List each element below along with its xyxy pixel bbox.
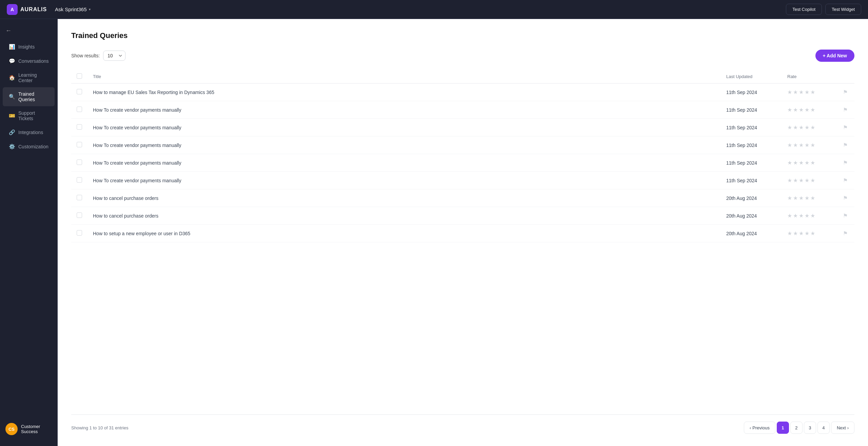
star-5[interactable]: ★	[810, 177, 815, 184]
star-1[interactable]: ★	[787, 124, 792, 131]
row-checkbox[interactable]	[77, 124, 82, 130]
star-2[interactable]: ★	[793, 89, 798, 95]
star-2[interactable]: ★	[793, 212, 798, 219]
test-copilot-button[interactable]: Test Copilot	[786, 4, 822, 15]
sidebar-item-customization[interactable]: ⚙️ Customization	[3, 140, 55, 154]
row-checkbox[interactable]	[77, 160, 82, 165]
star-1[interactable]: ★	[787, 160, 792, 166]
flag-button[interactable]: ⚑	[842, 194, 849, 202]
star-2[interactable]: ★	[793, 230, 798, 237]
row-checkbox[interactable]	[77, 89, 82, 94]
row-title: How To create vendor payments manually	[88, 154, 721, 172]
row-flag-cell: ⚑	[836, 207, 854, 225]
user-info[interactable]: CS Customer Success	[5, 423, 52, 435]
showing-text: Showing 1 to 10 of 31 entries	[71, 425, 128, 430]
sidebar-item-label: Insights	[18, 44, 35, 50]
row-title: How to cancel purchase orders	[88, 189, 721, 207]
star-1[interactable]: ★	[787, 107, 792, 113]
back-button[interactable]: ←	[0, 24, 57, 40]
star-3[interactable]: ★	[799, 142, 804, 148]
sidebar-item-support-tickets[interactable]: 🎫 Support Tickets	[3, 106, 55, 125]
add-new-button[interactable]: + Add New	[815, 50, 854, 62]
page-button-2[interactable]: 2	[790, 422, 803, 434]
star-5[interactable]: ★	[810, 142, 815, 148]
star-5[interactable]: ★	[810, 107, 815, 113]
row-checkbox[interactable]	[77, 212, 82, 218]
star-4[interactable]: ★	[805, 142, 809, 148]
row-checkbox[interactable]	[77, 230, 82, 236]
star-3[interactable]: ★	[799, 89, 804, 95]
row-checkbox[interactable]	[77, 195, 82, 200]
star-2[interactable]: ★	[793, 124, 798, 131]
row-checkbox[interactable]	[77, 177, 82, 183]
test-widget-button[interactable]: Test Widget	[825, 4, 861, 15]
row-title: How To create vendor payments manually	[88, 136, 721, 154]
sidebar-item-conversations[interactable]: 💬 Conversations	[3, 54, 55, 68]
flag-button[interactable]: ⚑	[842, 176, 849, 184]
star-3[interactable]: ★	[799, 107, 804, 113]
results-per-page-select[interactable]: 10 25 50 100	[103, 51, 126, 61]
star-4[interactable]: ★	[805, 124, 809, 131]
star-2[interactable]: ★	[793, 177, 798, 184]
star-5[interactable]: ★	[810, 160, 815, 166]
page-button-1[interactable]: 1	[777, 422, 789, 434]
star-5[interactable]: ★	[810, 195, 815, 201]
star-5[interactable]: ★	[810, 212, 815, 219]
app-selector[interactable]: Ask Sprint365 ▾	[52, 5, 93, 14]
star-1[interactable]: ★	[787, 230, 792, 237]
next-button[interactable]: Next ›	[831, 422, 854, 434]
previous-button[interactable]: ‹ Previous	[744, 422, 775, 434]
select-all-checkbox[interactable]	[77, 73, 82, 79]
star-5[interactable]: ★	[810, 230, 815, 237]
star-3[interactable]: ★	[799, 177, 804, 184]
star-4[interactable]: ★	[805, 160, 809, 166]
star-3[interactable]: ★	[799, 124, 804, 131]
star-4[interactable]: ★	[805, 230, 809, 237]
row-checkbox[interactable]	[77, 142, 82, 147]
flag-button[interactable]: ⚑	[842, 141, 849, 149]
sidebar-item-insights[interactable]: 📊 Insights	[3, 40, 55, 54]
page-button-3[interactable]: 3	[804, 422, 816, 434]
flag-button[interactable]: ⚑	[842, 124, 849, 131]
row-rate: ★ ★ ★ ★ ★	[782, 83, 836, 101]
star-5[interactable]: ★	[810, 89, 815, 95]
star-1[interactable]: ★	[787, 177, 792, 184]
row-checkbox[interactable]	[77, 107, 82, 112]
sidebar-item-label: Trained Queries	[18, 91, 49, 102]
star-1[interactable]: ★	[787, 89, 792, 95]
star-3[interactable]: ★	[799, 195, 804, 201]
flag-button[interactable]: ⚑	[842, 229, 849, 237]
flag-button[interactable]: ⚑	[842, 88, 849, 96]
pagination-controls: ‹ Previous 1 2 3 4 Next ›	[744, 422, 854, 434]
flag-button[interactable]: ⚑	[842, 159, 849, 167]
star-5[interactable]: ★	[810, 124, 815, 131]
sidebar-item-trained-queries[interactable]: 🔍 Trained Queries	[3, 87, 55, 106]
sidebar-item-integrations[interactable]: 🔗 Integrations	[3, 125, 55, 140]
flag-button[interactable]: ⚑	[842, 106, 849, 114]
star-2[interactable]: ★	[793, 160, 798, 166]
star-1[interactable]: ★	[787, 195, 792, 201]
row-flag-cell: ⚑	[836, 172, 854, 189]
star-2[interactable]: ★	[793, 142, 798, 148]
star-4[interactable]: ★	[805, 177, 809, 184]
row-title: How To create vendor payments manually	[88, 101, 721, 119]
star-4[interactable]: ★	[805, 212, 809, 219]
row-rate: ★ ★ ★ ★ ★	[782, 172, 836, 189]
star-3[interactable]: ★	[799, 212, 804, 219]
star-3[interactable]: ★	[799, 160, 804, 166]
flag-button[interactable]: ⚑	[842, 212, 849, 220]
star-2[interactable]: ★	[793, 195, 798, 201]
star-1[interactable]: ★	[787, 142, 792, 148]
row-rate: ★ ★ ★ ★ ★	[782, 119, 836, 136]
star-4[interactable]: ★	[805, 89, 809, 95]
star-4[interactable]: ★	[805, 107, 809, 113]
star-2[interactable]: ★	[793, 107, 798, 113]
pagination: Showing 1 to 10 of 31 entries ‹ Previous…	[71, 414, 854, 434]
star-3[interactable]: ★	[799, 230, 804, 237]
star-4[interactable]: ★	[805, 195, 809, 201]
sidebar-item-learning-center[interactable]: 🏠 Learning Center	[3, 68, 55, 87]
page-button-4[interactable]: 4	[817, 422, 830, 434]
next-chevron-icon: ›	[847, 425, 849, 430]
star-1[interactable]: ★	[787, 212, 792, 219]
table-row: How To create vendor payments manually 1…	[71, 154, 854, 172]
